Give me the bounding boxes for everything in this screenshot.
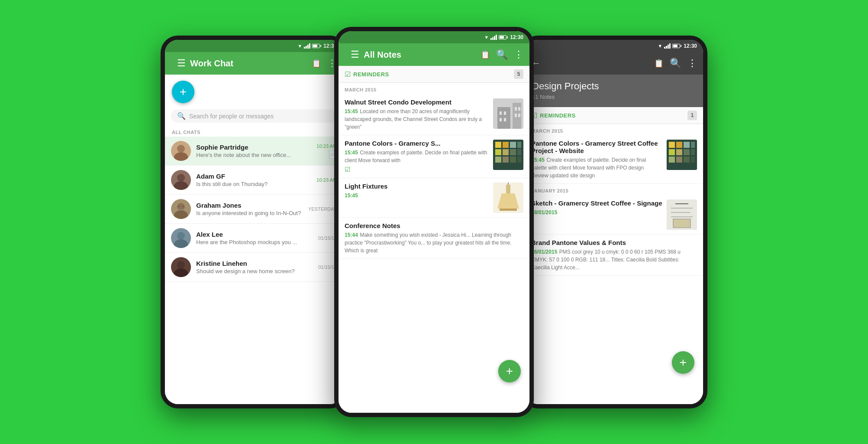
battery-icon-2 xyxy=(499,35,506,39)
note-item-3-2[interactable]: Brand Pantone Values & Fonts 16/01/2015 … xyxy=(525,235,703,276)
svg-point-10 xyxy=(174,239,188,248)
search-icon-3[interactable]: 🔍 xyxy=(670,58,681,69)
reminders-bar-2[interactable]: ☑ REMINDERS 5 xyxy=(339,66,529,83)
note-text-3: Conference Notes 15:44 Make something yo… xyxy=(345,222,519,254)
svg-rect-34 xyxy=(503,157,509,163)
notebook-title: Design Projects xyxy=(532,81,696,92)
note-body-3-0b: Create examples of palette. Decide on fi… xyxy=(531,157,646,179)
note-text-2: Light Fixtures 15:45 xyxy=(345,183,489,199)
note-time-3: 15:44 xyxy=(345,232,358,238)
svg-rect-16 xyxy=(500,111,502,115)
svg-rect-35 xyxy=(510,157,516,163)
svg-point-7 xyxy=(183,206,184,207)
battery-tip-3 xyxy=(681,45,681,47)
chat-item-2[interactable]: Graham Jones Is anyone interested in goi… xyxy=(165,195,343,224)
palette-svg-3 xyxy=(667,140,697,170)
hamburger-icon[interactable]: ☰ xyxy=(177,58,186,69)
notebook-subtitle: 11 Notes xyxy=(532,94,696,100)
svg-rect-38 xyxy=(506,185,510,193)
note-title-1: Pantone Colors - Gramercy S... xyxy=(345,140,489,147)
svg-point-12 xyxy=(174,268,188,277)
svg-rect-48 xyxy=(676,149,682,155)
note-item-3-0[interactable]: Pantone Colors - Gramercy Street Coffee … xyxy=(525,135,703,184)
toolbar-title-2: All Notes xyxy=(364,50,474,60)
bar3 xyxy=(307,45,309,49)
notebook-header: Design Projects 11 Notes xyxy=(525,75,703,107)
more-icon-2[interactable]: ⋮ xyxy=(514,49,523,60)
note-title-3: Conference Notes xyxy=(345,222,519,229)
reminders-bar-3[interactable]: ☑ REMINDERS 1 xyxy=(525,107,703,124)
svg-rect-23 xyxy=(504,118,506,121)
fab-button-3[interactable]: + xyxy=(672,351,694,374)
evernote-icon-3[interactable]: 📋 xyxy=(654,59,664,68)
svg-rect-20 xyxy=(515,114,517,117)
note-item-1[interactable]: Pantone Colors - Gramercy S... 15:45 Cre… xyxy=(339,135,529,178)
battery-tip xyxy=(320,45,321,47)
chat-name-0: Sophie Partridge xyxy=(196,144,313,151)
search-bar[interactable]: 🔍 Search for people or messages xyxy=(171,109,337,123)
svg-rect-49 xyxy=(684,149,690,155)
note-thumb-0 xyxy=(493,98,523,129)
svg-rect-36 xyxy=(517,157,521,163)
chat-info-3: Alex Lee Here are the Photoshop mockups … xyxy=(196,231,315,245)
chat-info-2: Graham Jones Is anyone interested in goi… xyxy=(196,202,305,216)
search-icon-2[interactable]: 🔍 xyxy=(496,49,508,60)
toolbar-title-1: Work Chat xyxy=(190,59,306,69)
fab-button-2[interactable]: + xyxy=(498,360,521,382)
svg-rect-18 xyxy=(515,107,517,111)
bar4-2 xyxy=(496,35,497,40)
phone-1: ▼ 12:30 ☰ Work Chat xyxy=(161,36,347,408)
bar4 xyxy=(309,43,310,49)
bar1-3 xyxy=(664,47,665,49)
note-thumb-2 xyxy=(493,183,523,213)
chat-fab[interactable]: + xyxy=(172,81,194,103)
chat-name-2: Graham Jones xyxy=(196,202,305,209)
note-item-3-1[interactable]: Sketch - Gramercy Street Coffee - Signag… xyxy=(525,195,703,235)
building-svg xyxy=(493,98,523,129)
svg-point-2 xyxy=(177,174,185,182)
battery-icon xyxy=(312,44,320,48)
note-title-3-2: Brand Pantone Values & Fonts xyxy=(531,239,693,246)
avatar-svg-2 xyxy=(171,199,191,219)
hamburger-icon-2[interactable]: ☰ xyxy=(351,49,359,60)
svg-rect-31 xyxy=(510,149,516,155)
chat-item-4[interactable]: Kristine Linehen Should we design a new … xyxy=(165,253,343,282)
chat-name-4: Kristine Linehen xyxy=(196,260,315,267)
chat-name-1: Adam GF xyxy=(196,173,313,180)
avatar-4 xyxy=(171,257,191,277)
note-item-2[interactable]: Light Fixtures 15:45 xyxy=(339,178,529,218)
chat-info-1: Adam GF Is this still due on Thursday? xyxy=(196,173,313,187)
note-body-3b: Make something you wish existed - Jessic… xyxy=(345,232,512,254)
svg-point-11 xyxy=(177,261,185,269)
status-bar-2: ▼ 12:30 xyxy=(339,31,529,43)
chat-item-1[interactable]: Adam GF Is this still due on Thursday? 1… xyxy=(165,166,343,195)
chat-time-2: YESTERDAY xyxy=(308,206,337,212)
bar3-3 xyxy=(667,45,669,49)
reminders-label-2: REMINDERS xyxy=(353,71,514,78)
note-time-3-1: 28/01/2015 xyxy=(531,209,557,215)
reminders-count-2: 5 xyxy=(514,69,523,79)
svg-rect-43 xyxy=(669,142,675,148)
more-icon-3[interactable]: ⋮ xyxy=(687,58,697,69)
note-item-3[interactable]: Conference Notes 15:44 Make something yo… xyxy=(339,218,529,259)
reminders-label-3: REMINDERS xyxy=(540,112,687,119)
signal-bars xyxy=(304,43,310,49)
note-title-2: Light Fixtures xyxy=(345,183,489,190)
note-item-0[interactable]: Walnut Street Condo Development 15:45 Lo… xyxy=(339,94,529,135)
note-text-3-0: Pantone Colors - Gramercy Street Coffee … xyxy=(531,140,662,179)
svg-rect-45 xyxy=(684,142,690,148)
status-time-3: 12:30 xyxy=(684,43,697,49)
bar4-3 xyxy=(669,43,671,49)
signal-bars-3 xyxy=(664,43,671,49)
bar1 xyxy=(304,47,305,49)
chat-item-0[interactable]: Sophie Partridge Here's the note about t… xyxy=(165,137,343,166)
date-sep-march-2: MARCH 2015 xyxy=(339,83,529,94)
evernote-icon[interactable]: 📋 xyxy=(312,59,321,68)
chat-item-3[interactable]: Alex Lee Here are the Photoshop mockups … xyxy=(165,224,343,253)
evernote-icon-2[interactable]: 📋 xyxy=(480,50,490,59)
avatar-svg-0 xyxy=(171,141,191,161)
svg-rect-27 xyxy=(510,142,516,148)
note-time-3-2: 16/01/2015 xyxy=(531,249,557,255)
phone-2-screen: ▼ 12:30 ☰ All Notes xyxy=(339,31,529,413)
status-icons-2: ▼ 12:30 xyxy=(484,34,523,40)
